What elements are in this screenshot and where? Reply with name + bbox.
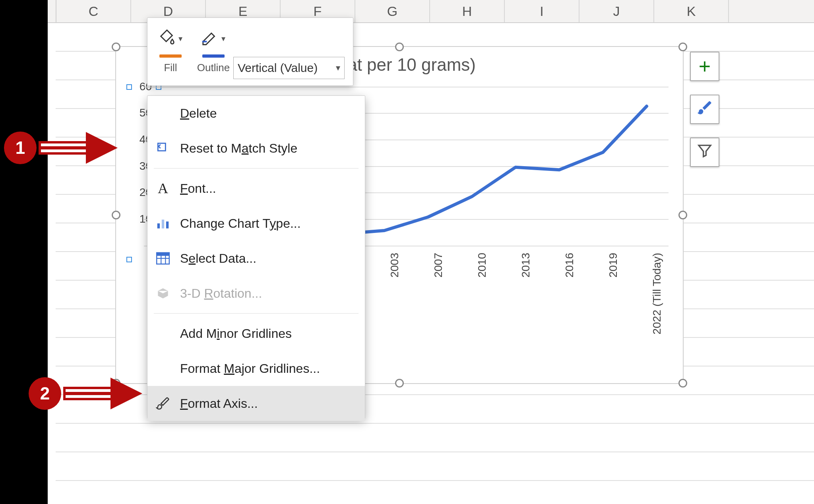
context-menu-add-minor-gridlines[interactable]: Add Minor Gridlines (147, 316, 365, 351)
context-menu: Delete Reset to Match Style A Font... Ch… (147, 95, 365, 419)
context-menu-font[interactable]: A Font... (147, 171, 365, 206)
chart-element-selector[interactable]: Vertical (Value) ▾ (233, 57, 345, 79)
annotation-callout-2: 2 (29, 377, 149, 410)
chevron-down-icon: ▾ (336, 63, 340, 73)
outline-label: Outline (192, 62, 235, 74)
col-header[interactable]: K (654, 0, 729, 22)
annotation-callout-1: 1 (4, 131, 124, 165)
fill-color-icon[interactable] (158, 29, 176, 48)
chart-type-icon (155, 215, 171, 232)
col-header[interactable]: I (505, 0, 579, 22)
context-menu-reset-match-style[interactable]: Reset to Match Style (147, 131, 365, 166)
context-menu-format-axis[interactable]: Format Axis... (147, 386, 365, 421)
svg-rect-3 (166, 221, 169, 228)
fill-color-swatch (159, 54, 182, 58)
chart-element-selected: Vertical (Value) (238, 61, 318, 75)
svg-rect-0 (202, 41, 207, 43)
plus-icon: + (699, 54, 711, 78)
chart-styles-button[interactable] (690, 95, 719, 124)
axis-tick-label: 2019 (607, 253, 620, 277)
select-data-icon (155, 250, 171, 267)
resize-handle[interactable] (678, 379, 687, 388)
axis-tick-label: 2016 (563, 253, 576, 277)
axis-tick-label: 2003 (388, 253, 401, 277)
mini-toolbar: ▾ Fill ▾ Outline Vertical (Value) ▾ (147, 17, 353, 86)
context-menu-select-data[interactable]: Select Data... (147, 241, 365, 276)
blank-icon (155, 105, 171, 122)
svg-rect-1 (157, 223, 160, 229)
axis-tick-label: 2013 (519, 253, 532, 277)
context-menu-delete[interactable]: Delete (147, 96, 365, 131)
outline-color-icon[interactable] (201, 29, 219, 48)
context-menu-change-chart-type[interactable]: Change Chart Type... (147, 206, 365, 241)
fill-label: Fill (153, 62, 188, 74)
resize-handle[interactable] (678, 211, 687, 219)
chart-filter-button[interactable] (690, 138, 719, 167)
col-header[interactable]: G (355, 0, 430, 22)
resize-handle[interactable] (395, 43, 404, 51)
chevron-down-icon[interactable]: ▾ (221, 32, 226, 45)
blank-icon (155, 325, 171, 342)
chart-add-element-button[interactable]: + (690, 52, 719, 81)
annotation-number: 2 (29, 377, 61, 410)
resize-handle[interactable] (678, 43, 687, 51)
col-header[interactable]: J (579, 0, 654, 22)
svg-rect-2 (162, 220, 164, 229)
rotate-3d-icon (155, 285, 171, 302)
font-icon: A (155, 180, 171, 197)
axis-tick-label: 2007 (432, 253, 445, 277)
context-menu-3d-rotation: 3-D Rotation... (147, 276, 365, 311)
format-axis-icon (155, 395, 171, 412)
axis-selection-handle[interactable] (126, 257, 132, 262)
filter-icon (697, 143, 713, 162)
resize-handle[interactable] (395, 379, 404, 388)
reset-icon (155, 140, 171, 157)
context-menu-format-major-gridlines[interactable]: Format Major Gridlines... (147, 351, 365, 386)
left-black-margin (0, 0, 48, 504)
svg-rect-5 (157, 253, 169, 256)
outline-color-swatch (202, 54, 225, 58)
chevron-down-icon[interactable]: ▾ (178, 32, 183, 45)
axis-tick-label: 2010 (476, 253, 488, 277)
annotation-number: 1 (4, 132, 37, 164)
col-header[interactable]: C (56, 0, 131, 22)
resize-handle[interactable] (112, 43, 120, 51)
blank-icon (155, 360, 171, 377)
axis-tick-label: 2022 (Till Today) (651, 253, 663, 334)
axis-selection-handle[interactable] (126, 84, 132, 90)
resize-handle[interactable] (112, 211, 120, 219)
col-header[interactable]: H (430, 0, 505, 22)
brush-icon (696, 99, 713, 120)
